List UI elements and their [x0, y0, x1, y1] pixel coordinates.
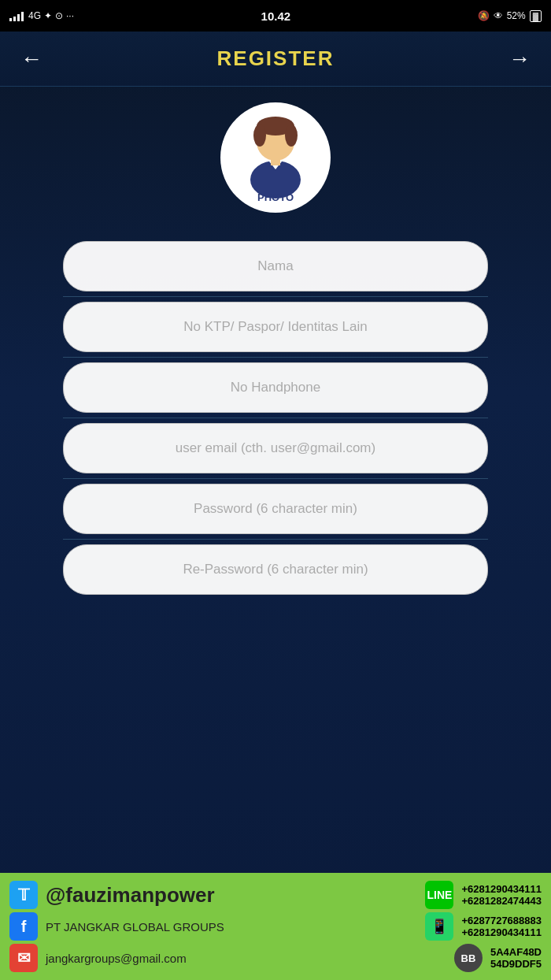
svg-text:PHOTO: PHOTO — [257, 191, 294, 203]
battery-icon: ▓ — [530, 10, 542, 22]
battery-percent: 52% — [507, 10, 526, 21]
nama-field-wrapper — [63, 236, 488, 297]
bbm-codes: 5A4AF48D 54D9DDF5 — [490, 946, 542, 970]
footer-banner: 𝕋 @fauzimanpower LINE +6281290434111 +62… — [0, 873, 551, 980]
form-fields — [63, 236, 488, 600]
signal-bar-2 — [13, 17, 16, 21]
nama-input[interactable] — [63, 241, 488, 291]
phone-field-wrapper — [63, 358, 488, 418]
svg-point-3 — [285, 124, 298, 147]
signal-bar-3 — [17, 14, 20, 21]
avatar-container[interactable]: PHOTO — [220, 102, 331, 213]
more-icon: ··· — [66, 10, 74, 21]
status-bar: 4G ✦ ⊙ ··· 10.42 🔕 👁 52% ▓ — [0, 0, 551, 32]
footer-row-2: f PT JANGKAR GLOBAL GROUPS 📱 +6287727688… — [9, 912, 542, 941]
line-numbers: +6281290434111 +6281282474443 — [461, 883, 542, 907]
twitter-icon: 𝕋 — [9, 881, 38, 909]
svg-point-2 — [253, 124, 266, 147]
footer-row-3: ✉ jangkargroups@gmail.com BB 5A4AF48D 54… — [9, 944, 542, 972]
header: ← REGISTER → — [0, 32, 551, 87]
repassword-input[interactable] — [63, 544, 488, 595]
cast-icon: ⊙ — [55, 10, 63, 21]
avatar-svg: PHOTO — [228, 110, 323, 205]
ktp-field-wrapper — [63, 297, 488, 358]
signal-bar-1 — [9, 18, 12, 21]
line-icon: LINE — [425, 881, 453, 909]
signal-bar-4 — [21, 12, 24, 21]
svg-rect-6 — [271, 158, 280, 165]
status-left: 4G ✦ ⊙ ··· — [9, 10, 74, 21]
phone1: +6281290434111 — [461, 883, 542, 895]
data-icon: 👁 — [494, 10, 503, 21]
whatsapp-icon: 📱 — [425, 912, 453, 941]
email-field-wrapper — [63, 418, 488, 479]
email-address: jangkargroups@gmail.com — [46, 952, 446, 965]
footer-row-1: 𝕋 @fauzimanpower LINE +6281290434111 +62… — [9, 881, 542, 909]
facebook-icon: f — [9, 912, 38, 941]
phone3: +6287727688883 — [461, 915, 542, 926]
password-field-wrapper — [63, 479, 488, 540]
status-right: 🔕 👁 52% ▓ — [478, 10, 542, 22]
company-name: PT JANGKAR GLOBAL GROUPS — [46, 920, 417, 934]
star-icon: ✦ — [44, 10, 52, 21]
phone-input[interactable] — [63, 362, 488, 413]
whatsapp-numbers: +6287727688883 +6281290434111 — [461, 915, 542, 938]
ktp-input[interactable] — [63, 302, 488, 352]
main-content: PHOTO — [0, 87, 551, 615]
email-input[interactable] — [63, 423, 488, 473]
email-icon: ✉ — [9, 944, 38, 972]
phone4: +6281290434111 — [461, 926, 542, 938]
password-input[interactable] — [63, 484, 488, 534]
back-button[interactable]: ← — [16, 46, 47, 72]
signal-bars — [9, 10, 24, 21]
bbm2: 54D9DDF5 — [490, 958, 542, 970]
forward-button[interactable]: → — [504, 46, 535, 72]
status-time: 10.42 — [261, 9, 291, 23]
repassword-field-wrapper — [63, 540, 488, 600]
bbm-icon: BB — [454, 944, 483, 972]
page-title: REGISTER — [217, 46, 335, 71]
bbm1: 5A4AF48D — [490, 946, 542, 958]
mute-icon: 🔕 — [478, 10, 490, 21]
twitter-handle: @fauzimanpower — [46, 883, 417, 908]
phone2: +6281282474443 — [461, 895, 542, 907]
network-type: 4G — [28, 10, 41, 21]
